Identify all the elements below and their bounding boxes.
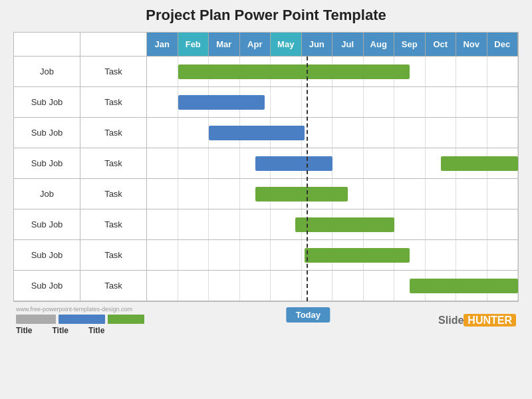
- grid-cell-6-3: [240, 240, 271, 270]
- grid-cell-5-9: [426, 209, 457, 239]
- grid-cell-6-4: [271, 240, 302, 270]
- grid-cell-3-8: [394, 148, 426, 178]
- grid-cell-6-1: [178, 240, 209, 270]
- grid-cell-2-7: [364, 118, 395, 148]
- grid-cell-4-7: [364, 179, 395, 209]
- gantt-row-6: Sub JobTask: [14, 240, 518, 271]
- grid-cell-6-9: [426, 240, 457, 270]
- grid-cell-4-0: [147, 179, 178, 209]
- grid-cell-3-3: [240, 148, 271, 178]
- footer-bar-gray: [16, 315, 56, 324]
- month-cell-jul: Jul: [332, 33, 364, 57]
- grid-cell-6-10: [456, 240, 487, 270]
- footer-title-1: Title: [52, 326, 68, 335]
- grid-cell-0-3: [240, 57, 271, 86]
- footer-bars: [16, 315, 144, 324]
- row-label-job-3: Sub Job: [14, 148, 80, 178]
- grid-cell-7-8: [394, 271, 426, 301]
- month-cell-dec: Dec: [487, 33, 519, 57]
- grid-cell-5-4: [271, 209, 302, 239]
- grid-cell-7-3: [240, 271, 271, 301]
- grid-cell-3-7: [364, 148, 395, 178]
- row-label-task-7: Task: [80, 271, 147, 301]
- grid-cell-7-11: [487, 271, 519, 301]
- grid-cell-1-7: [364, 87, 395, 117]
- grid-cell-5-5: [302, 209, 333, 239]
- gantt-row-4: JobTask: [14, 179, 518, 209]
- footer-titles: TitleTitleTitle: [16, 326, 144, 335]
- footer-bar-green: [108, 315, 144, 324]
- grid-cell-5-1: [178, 209, 209, 239]
- month-cell-sep: Sep: [394, 33, 426, 57]
- grid-cell-2-2: [209, 118, 240, 148]
- grid-cell-7-5: [302, 271, 333, 301]
- grid-cell-2-6: [332, 118, 364, 148]
- grid-cell-1-8: [394, 87, 426, 117]
- header-label-col2: [80, 33, 147, 57]
- grid-cell-1-10: [456, 87, 487, 117]
- grid-cell-4-4: [271, 179, 302, 209]
- grid-cell-6-7: [364, 240, 395, 270]
- grid-cell-0-5: [302, 57, 333, 86]
- grid-cell-1-6: [332, 87, 364, 117]
- grid-cell-6-5: [302, 240, 333, 270]
- row-label-task-3: Task: [80, 148, 147, 178]
- grid-cell-2-0: [147, 118, 178, 148]
- grid-cell-1-2: [209, 87, 240, 117]
- month-cell-jun: Jun: [302, 33, 333, 57]
- grid-cell-2-4: [271, 118, 302, 148]
- grid-cell-3-9: [426, 148, 457, 178]
- grid-cell-0-4: [271, 57, 302, 86]
- grid-cell-5-6: [332, 209, 364, 239]
- grid-cell-7-1: [178, 271, 209, 301]
- grid-cell-3-2: [209, 148, 240, 178]
- grid-cell-5-0: [147, 209, 178, 239]
- month-cell-apr: Apr: [240, 33, 271, 57]
- row-label-task-2: Task: [80, 118, 147, 148]
- gantt-row-5: Sub JobTask: [14, 209, 518, 240]
- footer-title-2: Title: [88, 326, 104, 335]
- footer: www.free-powerpoint-templates-design.com…: [13, 306, 519, 335]
- grid-cell-6-11: [487, 240, 519, 270]
- grid-cell-3-10: [456, 148, 487, 178]
- row-label-job-5: Sub Job: [14, 209, 80, 239]
- grid-cell-5-11: [487, 209, 519, 239]
- row-label-task-0: Task: [80, 57, 147, 86]
- row-label-task-4: Task: [80, 179, 147, 209]
- grid-cell-6-6: [332, 240, 364, 270]
- grid-cell-7-10: [456, 271, 487, 301]
- grid-cell-3-1: [178, 148, 209, 178]
- grid-cell-1-3: [240, 87, 271, 117]
- grid-cell-4-2: [209, 179, 240, 209]
- header-label-col1: [14, 33, 80, 57]
- gantt-rows: JobTaskSub JobTaskSub JobTaskSub JobTask…: [14, 57, 518, 301]
- grid-cell-5-10: [456, 209, 487, 239]
- footer-title-0: Title: [16, 326, 32, 335]
- grid-cell-3-4: [271, 148, 302, 178]
- grid-cell-4-6: [332, 179, 364, 209]
- footer-logo: SlideHUNTER: [438, 315, 516, 327]
- grid-cell-2-5: [302, 118, 333, 148]
- grid-cell-5-2: [209, 209, 240, 239]
- grid-cell-2-8: [394, 118, 426, 148]
- grid-cell-0-1: [178, 57, 209, 86]
- grid-cell-5-7: [364, 209, 395, 239]
- grid-cell-7-0: [147, 271, 178, 301]
- footer-logo-slide: Slide: [438, 315, 464, 326]
- row-label-job-1: Sub Job: [14, 87, 80, 117]
- row-label-job-7: Sub Job: [14, 271, 80, 301]
- grid-cell-7-9: [426, 271, 457, 301]
- grid-cell-1-9: [426, 87, 457, 117]
- month-cell-feb: Feb: [178, 33, 209, 57]
- grid-cell-1-0: [147, 87, 178, 117]
- grid-cell-6-0: [147, 240, 178, 270]
- grid-cell-3-5: [302, 148, 333, 178]
- grid-cell-5-8: [394, 209, 426, 239]
- grid-cell-1-4: [271, 87, 302, 117]
- gantt-row-3: Sub JobTask: [14, 148, 518, 179]
- grid-cell-4-3: [240, 179, 271, 209]
- grid-cell-7-6: [332, 271, 364, 301]
- gantt-row-0: JobTask: [14, 57, 518, 87]
- footer-bar-blue: [59, 315, 105, 324]
- row-label-job-6: Sub Job: [14, 240, 80, 270]
